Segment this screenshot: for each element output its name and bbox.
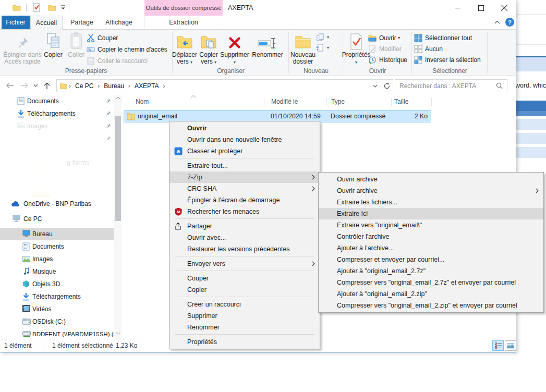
rename-button[interactable]: Renommer [250, 31, 285, 68]
sidebar-osdisk[interactable]: OSDisk (C:) [0, 315, 114, 328]
column-header-type[interactable]: Type [331, 95, 345, 108]
copy-path-button[interactable]: W... Copier le chemin d'accès [87, 44, 167, 55]
column-header-name[interactable]: Nom [136, 95, 149, 108]
move-to-button[interactable]: Déplacervers ▾ [173, 31, 197, 68]
menu-item-classer-proteger[interactable]: a Classer et protéger [169, 145, 320, 157]
menu-item-7zip[interactable]: 7-Zip [169, 172, 320, 183]
qat-customize-icon[interactable] [60, 5, 66, 10]
menu-item-partager[interactable]: Partager [169, 220, 320, 232]
menu-item-restaurer-versions[interactable]: Restaurer les versions précédentes [169, 243, 320, 255]
menu-item-extraire-tout[interactable]: Extraire tout... [169, 160, 320, 172]
submenu-item-compresser-zip[interactable]: Compresser vers "original_email_2.zip" e… [319, 300, 543, 311]
select-none-button[interactable]: Aucun [414, 43, 443, 54]
tab-extraction[interactable]: Extraction [144, 16, 223, 29]
sidebar-onedrive[interactable]: OneDrive - BNP Paribas [0, 198, 114, 210]
up-button[interactable] [41, 79, 53, 92]
scroll-up-icon[interactable] [116, 97, 120, 100]
select-all-button[interactable]: Sélectionner tout [414, 32, 472, 43]
menu-item-ouvrir[interactable]: Ouvrir [169, 123, 320, 134]
properties-button[interactable]: Propriétés▾ [344, 31, 368, 68]
breadcrumb-ce-pc[interactable]: Ce PC [75, 82, 93, 90]
submenu-item-ouvrir-archive[interactable]: Ouvrir archive [319, 174, 543, 185]
tab-accueil[interactable]: Accueil [30, 16, 63, 30]
sidebar-telechargements[interactable]: Téléchargements [0, 290, 114, 303]
sidebar-objets-3d[interactable]: Objets 3D [0, 278, 114, 290]
recent-locations-dropdown[interactable] [32, 79, 39, 92]
new-item-button[interactable]: ▾ [316, 32, 329, 43]
submenu-item-ajouter-zip[interactable]: Ajouter à "original_email_2.zip" [319, 288, 543, 300]
submenu-item-ouvrir-archive-2[interactable]: Ouvrir archive [319, 185, 543, 197]
collapse-ribbon-icon[interactable] [494, 20, 500, 24]
qat-new-folder-icon[interactable] [48, 4, 56, 12]
qat-properties-icon[interactable] [32, 3, 41, 12]
submenu-item-extraire-vers[interactable]: Extraire vers "original_email\" [319, 219, 543, 231]
contextual-tab-header[interactable]: Outils de dossier compressé [144, 0, 223, 16]
menu-item-ouvrir-avec[interactable]: Ouvrir avec... [169, 232, 320, 243]
menu-item-renommer[interactable]: Renommer [169, 322, 320, 333]
quick-access-item[interactable] [0, 132, 114, 145]
menu-item-envoyer-vers[interactable]: Envoyer vers [169, 258, 320, 270]
search-input[interactable]: Rechercher dans : AXEPTA [395, 79, 507, 92]
search-icon[interactable] [496, 82, 503, 89]
back-button[interactable] [4, 79, 16, 92]
scroll-down-icon[interactable] [116, 332, 120, 335]
forward-button[interactable] [19, 79, 30, 92]
minimize-button[interactable] [446, 0, 469, 16]
column-header-size[interactable]: Taille [394, 95, 408, 108]
close-button[interactable] [492, 0, 516, 16]
refresh-button[interactable] [381, 79, 393, 92]
new-folder-button[interactable]: Nouveaudossier [290, 31, 316, 68]
sidebar-scrollbar[interactable] [114, 95, 122, 339]
menu-item-creer-raccourci[interactable]: Créer un raccourci [169, 299, 320, 310]
edit-button[interactable]: Modifier [368, 43, 402, 54]
submenu-item-compresser-7z[interactable]: Compresser vers "original_email_2.7z" et… [319, 277, 543, 288]
address-dropdown-icon[interactable] [373, 84, 378, 88]
pin-quick-access-button[interactable]: Épingler dansAccès rapide [3, 31, 42, 68]
submenu-item-compresser-envoyer[interactable]: Compresser et envoyer par courriel... [319, 254, 543, 265]
sidebar-musique[interactable]: Musique [0, 265, 114, 278]
easy-access-button[interactable]: ▾ [316, 42, 329, 53]
history-button[interactable]: Historique [368, 54, 407, 65]
open-button[interactable]: Ouvrir ▾ [368, 32, 400, 43]
help-icon[interactable]: ? [505, 18, 514, 27]
menu-item-epingler-ecran-demarrage[interactable]: Épingler à l'écran de démarrage [169, 194, 320, 206]
copy-to-button[interactable]: Copiervers ▾ [198, 31, 220, 68]
sidebar-bureau[interactable]: Bureau [0, 228, 114, 240]
menu-item-rechercher-menaces[interactable]: M Rechercher les menaces [169, 206, 320, 217]
quick-access-downloads[interactable]: Téléchargements [0, 107, 114, 120]
sidebar-images[interactable]: Images [0, 253, 114, 265]
submenu-item-controler-archive[interactable]: Contrôler l'archive [319, 231, 543, 242]
invert-selection-button[interactable]: Inverser la sélection [414, 54, 481, 65]
address-bar[interactable]: › Ce PC › Bureau › AXEPTA › [56, 79, 382, 92]
details-view-button[interactable] [492, 340, 504, 351]
copy-button[interactable]: Copier [42, 31, 65, 68]
sidebar-this-pc[interactable]: Ce PC [0, 213, 114, 225]
quick-access-documents[interactable]: Documents [0, 95, 114, 107]
breadcrumb-axepta[interactable]: AXEPTA [135, 82, 159, 90]
menu-item-proprietes[interactable]: Propriétés [169, 336, 320, 348]
column-header-modified[interactable]: Modifié le [271, 95, 298, 108]
menu-item-ouvrir-nouvelle-fenetre[interactable]: Ouvrir dans une nouvelle fenêtre [169, 134, 320, 145]
thumbnail-view-button[interactable] [505, 340, 516, 351]
paste-shortcut-button[interactable]: Coller le raccourci [87, 55, 148, 66]
menu-item-couper[interactable]: Couper [169, 273, 320, 284]
scrollbar-thumb[interactable] [115, 116, 121, 221]
tab-partage[interactable]: Partage [66, 16, 98, 29]
menu-item-copier[interactable]: Copier [169, 284, 320, 296]
submenu-item-ajouter-7z[interactable]: Ajouter à "original_email_2.7z" [319, 265, 543, 277]
delete-button[interactable]: Supprimer▾ [221, 31, 248, 68]
quick-access-images[interactable]: Images [0, 120, 114, 132]
maximize-button[interactable] [469, 0, 493, 16]
submenu-item-ajouter-archive[interactable]: Ajouter à l'archive... [319, 242, 543, 254]
tab-affichage[interactable]: Affichage [103, 16, 135, 29]
cut-button[interactable]: Couper [87, 32, 118, 43]
paste-button[interactable]: Coller [66, 31, 87, 68]
menu-item-supprimer[interactable]: Supprimer [169, 310, 320, 322]
sidebar-documents[interactable]: Documents [0, 240, 114, 253]
submenu-item-extraire-fichiers[interactable]: Extraire les fichiers... [319, 197, 543, 208]
tab-fichier[interactable]: Fichier [2, 16, 30, 29]
breadcrumb-bureau[interactable]: Bureau [104, 82, 124, 90]
qat-folder-icon[interactable] [13, 4, 21, 12]
menu-item-crc-sha[interactable]: CRC SHA [169, 183, 320, 194]
sidebar-videos[interactable]: Vidéos [0, 303, 114, 315]
